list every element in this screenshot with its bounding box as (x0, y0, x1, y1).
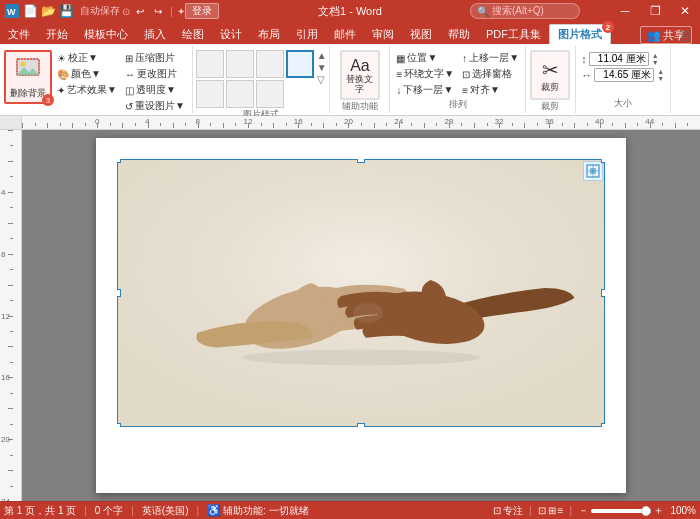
tab-picture-format[interactable]: 图片格式 2 (549, 24, 611, 44)
zoom-in-button[interactable]: ＋ (653, 503, 664, 518)
style-preset-1[interactable] (196, 50, 224, 78)
style-preset-7[interactable] (256, 80, 284, 108)
word-count: 0 个字 (95, 504, 123, 518)
align-button[interactable]: ≡ 对齐▼ (459, 82, 522, 98)
tab-home[interactable]: 开始 (38, 24, 76, 44)
status-sep-5: | (569, 505, 572, 516)
select-pane-button[interactable]: ⊡ 选择窗格 (459, 66, 522, 82)
select-pane-label: 选择窗格 (472, 67, 512, 81)
tab-review[interactable]: 审阅 (364, 24, 402, 44)
tab-layout[interactable]: 布局 (250, 24, 288, 44)
handle-bottom-left[interactable] (116, 423, 121, 428)
handle-mid-left[interactable] (116, 289, 121, 297)
style-preset-6[interactable] (226, 80, 254, 108)
restore-button[interactable]: ❐ (640, 0, 670, 22)
style-down-btn[interactable]: ▼ (317, 62, 327, 73)
replace-text-button[interactable]: Aa 替换文字 (340, 50, 380, 100)
zoom-out-button[interactable]: － (578, 503, 589, 518)
send-back-button[interactable]: ↓ 下移一层▼ (393, 82, 457, 98)
tab-draw[interactable]: 绘图 (174, 24, 212, 44)
position-button[interactable]: ▦ 位置▼ (393, 50, 457, 66)
minimize-button[interactable]: ─ (610, 0, 640, 22)
image-layout-icon[interactable] (583, 161, 603, 181)
tab-pdf[interactable]: PDF工具集 (478, 24, 549, 44)
handle-mid-right[interactable] (601, 289, 606, 297)
format-pane-button[interactable]: 反 (675, 50, 696, 54)
color-button[interactable]: 🎨 颜色▼ (54, 66, 120, 82)
zoom-slider[interactable] (591, 509, 651, 513)
adjust-small-buttons: ☀ 校正▼ 🎨 颜色▼ ✦ 艺术效果▼ (54, 50, 120, 98)
print-view-icon[interactable]: ⊡ (538, 505, 546, 516)
status-sep-3: | (196, 505, 199, 516)
art-effects-label: 艺术效果▼ (67, 83, 117, 97)
tab-mail[interactable]: 邮件 (326, 24, 364, 44)
style-preset-5[interactable] (196, 80, 224, 108)
style-preset-4[interactable] (286, 50, 314, 78)
redo-icon[interactable]: ↪ (150, 3, 166, 19)
web-view-icon[interactable]: ⊞ (548, 505, 556, 516)
art-effects-button[interactable]: ✦ 艺术效果▼ (54, 82, 120, 98)
reset-button[interactable]: ↺ 重设图片▼ (122, 98, 188, 114)
arrange-col-2: ↑ 上移一层▼ ⊡ 选择窗格 ≡ 对齐▼ (459, 50, 522, 98)
color-icon: 🎨 (57, 69, 69, 80)
open-icon[interactable]: 📂 (40, 3, 56, 19)
height-field[interactable] (589, 52, 649, 66)
width-up[interactable]: ▲ (656, 68, 665, 75)
style-up-btn[interactable]: ▲ (317, 50, 327, 61)
arrange-inner: ▦ 位置▼ ≡ 环绕文字▼ ↓ 下移一层▼ ↑ 上移一层▼ ⊡ (393, 48, 522, 98)
save-icon[interactable]: 💾 (58, 3, 74, 19)
handle-top-left[interactable] (116, 158, 121, 163)
login-button[interactable]: 登录 (185, 3, 219, 19)
close-button[interactable]: ✕ (670, 0, 700, 22)
tab-help[interactable]: 帮助 (440, 24, 478, 44)
zoom-thumb[interactable] (641, 506, 651, 516)
ribbon-group-picture-style: ▲ ▼ ▽ 图片样式 (193, 46, 331, 113)
style-more-btn[interactable]: ▽ (317, 74, 327, 85)
crop-button[interactable]: ✂ 裁剪 (530, 50, 570, 100)
compress-icon: ⊞ (125, 53, 133, 64)
compress-button[interactable]: ⊞ 压缩图片 (122, 50, 188, 66)
word-count-label: 0 个字 (95, 504, 123, 518)
bring-fwd-label: 上移一层▼ (469, 51, 519, 65)
autosave-toggle[interactable]: ⊙ (122, 6, 130, 17)
search-placeholder: 搜索(Alt+Q) (492, 4, 544, 18)
share-button[interactable]: 👥 共享 (640, 26, 692, 44)
crop-label: 裁剪 (541, 100, 559, 114)
tab-ref[interactable]: 引用 (288, 24, 326, 44)
title-left-icons: W 📄 📂 💾 自动保存 ⊙ ↩ ↪ | ✦ (0, 3, 185, 19)
tab-template[interactable]: 模板中心 (76, 24, 136, 44)
layout-icon-svg (586, 164, 600, 178)
tab-insert[interactable]: 插入 (136, 24, 174, 44)
style-preset-3[interactable] (256, 50, 284, 78)
width-field[interactable] (594, 68, 654, 82)
transparency-button[interactable]: ◫ 透明度▼ (122, 82, 188, 98)
adjust-small-buttons-2: ⊞ 压缩图片 ↔ 更改图片 ◫ 透明度▼ ↺ 重设图片▼ (122, 50, 188, 114)
wrap-text-button[interactable]: ≡ 环绕文字▼ (393, 66, 457, 82)
handle-mid-top[interactable] (357, 158, 365, 163)
bring-fwd-icon: ↑ (462, 53, 467, 64)
search-box[interactable]: 🔍 搜索(Alt+Q) (470, 3, 580, 19)
tab-view[interactable]: 视图 (402, 24, 440, 44)
ribbon-group-crop: ✂ 裁剪 裁剪 (526, 46, 576, 113)
new-doc-icon[interactable]: 📄 (22, 3, 38, 19)
change-img-icon: ↔ (125, 69, 135, 80)
handle-bottom-right[interactable] (601, 423, 606, 428)
document-image[interactable]: 1 (116, 158, 606, 428)
bring-fwd-button[interactable]: ↑ 上移一层▼ (459, 50, 522, 66)
height-down[interactable]: ▼ (651, 59, 660, 66)
tab-design[interactable]: 设计 (212, 24, 250, 44)
tab-file[interactable]: 文件 (0, 24, 38, 44)
style-preset-2[interactable] (226, 50, 254, 78)
height-up[interactable]: ▲ (651, 52, 660, 59)
undo-icon[interactable]: ↩ (132, 3, 148, 19)
ruler-marks: 048121620242832364044 (22, 116, 700, 129)
width-down[interactable]: ▼ (656, 75, 665, 82)
handle-top-right[interactable] (601, 158, 606, 163)
remove-bg-label: 删除背景 (10, 89, 46, 99)
format-pane-inner: 反 (675, 48, 696, 110)
focus-mode[interactable]: ⊡ 专注 (493, 504, 523, 518)
correct-button[interactable]: ☀ 校正▼ (54, 50, 120, 66)
handle-mid-bottom[interactable] (357, 423, 365, 428)
reader-view-icon[interactable]: ≡ (558, 505, 564, 516)
change-img-button[interactable]: ↔ 更改图片 (122, 66, 188, 82)
